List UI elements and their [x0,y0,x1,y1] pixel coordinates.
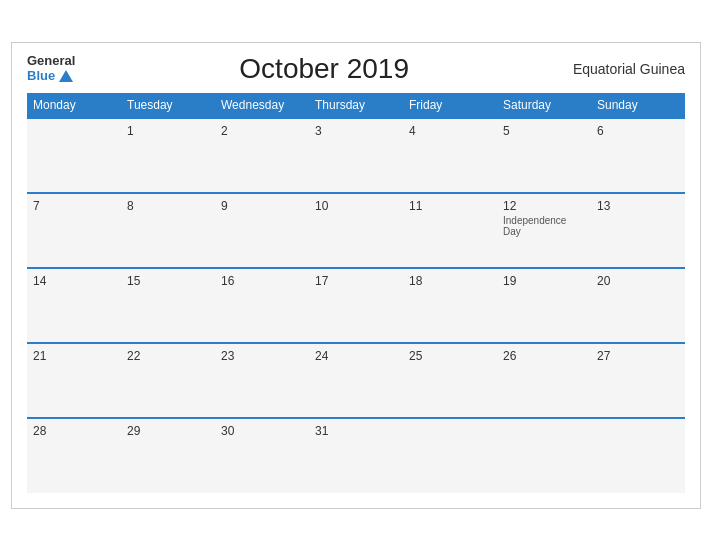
calendar-cell [403,418,497,493]
calendar-grid: MondayTuesdayWednesdayThursdayFridaySatu… [27,93,685,493]
day-number: 3 [315,124,397,138]
day-number: 5 [503,124,585,138]
day-number: 4 [409,124,491,138]
calendar-cell: 10 [309,193,403,268]
logo-triangle-icon [59,70,73,82]
day-number: 29 [127,424,209,438]
week-row-4: 21222324252627 [27,343,685,418]
day-number: 30 [221,424,303,438]
week-row-3: 14151617181920 [27,268,685,343]
header-row: MondayTuesdayWednesdayThursdayFridaySatu… [27,93,685,118]
calendar-cell: 6 [591,118,685,193]
column-header-sunday: Sunday [591,93,685,118]
day-number: 22 [127,349,209,363]
day-number: 12 [503,199,585,213]
calendar-header: General Blue October 2019 Equatorial Gui… [27,53,685,85]
calendar-thead: MondayTuesdayWednesdayThursdayFridaySatu… [27,93,685,118]
calendar-cell: 4 [403,118,497,193]
calendar-cell: 7 [27,193,121,268]
logo-blue: Blue [27,69,55,83]
calendar-cell: 25 [403,343,497,418]
calendar-cell: 26 [497,343,591,418]
calendar-cell: 13 [591,193,685,268]
day-number: 19 [503,274,585,288]
week-row-1: 123456 [27,118,685,193]
calendar-country: Equatorial Guinea [573,61,685,77]
calendar-cell: 2 [215,118,309,193]
day-number: 24 [315,349,397,363]
day-number: 8 [127,199,209,213]
day-number: 27 [597,349,679,363]
calendar-cell: 15 [121,268,215,343]
column-header-friday: Friday [403,93,497,118]
calendar-cell: 24 [309,343,403,418]
day-number: 17 [315,274,397,288]
day-number: 7 [33,199,115,213]
week-row-5: 28293031 [27,418,685,493]
calendar-cell: 21 [27,343,121,418]
day-number: 10 [315,199,397,213]
calendar-cell: 18 [403,268,497,343]
calendar-cell: 27 [591,343,685,418]
day-number: 23 [221,349,303,363]
calendar-cell: 11 [403,193,497,268]
day-number: 31 [315,424,397,438]
day-number: 9 [221,199,303,213]
calendar-cell: 17 [309,268,403,343]
calendar-cell: 9 [215,193,309,268]
day-number: 28 [33,424,115,438]
calendar-cell: 8 [121,193,215,268]
day-number: 13 [597,199,679,213]
day-number: 15 [127,274,209,288]
calendar-cell: 16 [215,268,309,343]
calendar-cell: 20 [591,268,685,343]
day-number: 1 [127,124,209,138]
calendar-cell: 30 [215,418,309,493]
calendar-container: General Blue October 2019 Equatorial Gui… [11,42,701,509]
calendar-tbody: 123456789101112Independence Day131415161… [27,118,685,493]
calendar-cell: 1 [121,118,215,193]
calendar-cell: 14 [27,268,121,343]
logo: General Blue [27,54,75,83]
day-number: 6 [597,124,679,138]
column-header-wednesday: Wednesday [215,93,309,118]
calendar-cell: 19 [497,268,591,343]
day-number: 25 [409,349,491,363]
day-number: 21 [33,349,115,363]
week-row-2: 789101112Independence Day13 [27,193,685,268]
day-number: 14 [33,274,115,288]
day-number: 2 [221,124,303,138]
calendar-cell: 3 [309,118,403,193]
calendar-cell: 12Independence Day [497,193,591,268]
calendar-cell: 23 [215,343,309,418]
day-number: 11 [409,199,491,213]
day-number: 26 [503,349,585,363]
calendar-title: October 2019 [239,53,409,85]
day-number: 18 [409,274,491,288]
column-header-thursday: Thursday [309,93,403,118]
logo-general: General [27,54,75,68]
column-header-monday: Monday [27,93,121,118]
calendar-cell: 29 [121,418,215,493]
calendar-cell [27,118,121,193]
day-number: 20 [597,274,679,288]
column-header-saturday: Saturday [497,93,591,118]
calendar-cell: 28 [27,418,121,493]
calendar-cell: 5 [497,118,591,193]
day-number: 16 [221,274,303,288]
calendar-cell [591,418,685,493]
calendar-cell [497,418,591,493]
holiday-label: Independence Day [503,215,585,237]
column-header-tuesday: Tuesday [121,93,215,118]
calendar-cell: 22 [121,343,215,418]
calendar-cell: 31 [309,418,403,493]
